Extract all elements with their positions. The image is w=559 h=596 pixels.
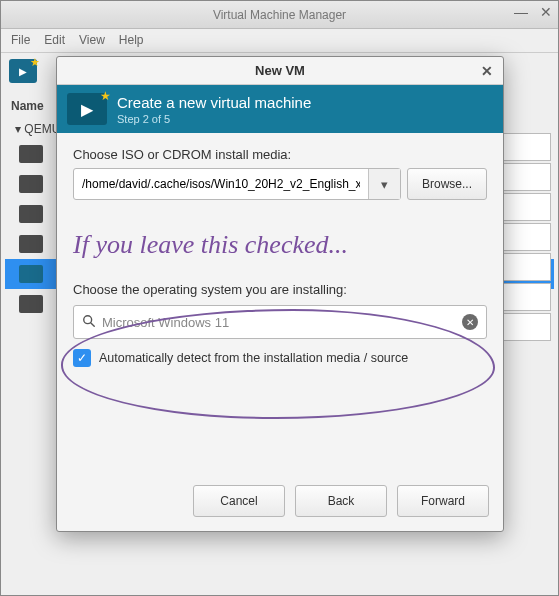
os-search-field[interactable]: ✕ — [73, 305, 487, 339]
monitor-icon — [19, 265, 43, 283]
iso-path-combo[interactable]: ▾ — [73, 168, 401, 200]
svg-line-1 — [91, 322, 94, 325]
browse-button[interactable]: Browse... — [407, 168, 487, 200]
search-icon — [82, 314, 96, 331]
annotation-text: If you leave this checked... — [73, 230, 487, 260]
dialog-footer: Cancel Back Forward — [57, 475, 503, 531]
menu-help[interactable]: Help — [119, 33, 144, 48]
iso-label: Choose ISO or CDROM install media: — [73, 147, 487, 162]
dialog-body: Choose ISO or CDROM install media: ▾ Bro… — [57, 133, 503, 475]
dialog-titlebar: New VM ✕ — [57, 57, 503, 85]
new-vm-dialog: New VM ✕ ★ Create a new virtual machine … — [56, 56, 504, 532]
dialog-close-icon[interactable]: ✕ — [481, 63, 493, 79]
close-icon[interactable]: ✕ — [540, 5, 552, 19]
clear-icon[interactable]: ✕ — [462, 314, 478, 330]
dialog-header: ★ Create a new virtual machine Step 2 of… — [57, 85, 503, 133]
dialog-heading: Create a new virtual machine — [117, 94, 311, 111]
main-titlebar: Virtual Machine Manager — ✕ — [1, 1, 558, 29]
minimize-icon[interactable]: — — [514, 5, 528, 19]
iso-path-input[interactable] — [74, 169, 368, 199]
monitor-icon — [19, 295, 43, 313]
monitor-icon — [19, 235, 43, 253]
os-search-input[interactable] — [102, 315, 456, 330]
dialog-step: Step 2 of 5 — [117, 113, 311, 125]
monitor-icon — [19, 175, 43, 193]
autodetect-label: Automatically detect from the installati… — [99, 351, 408, 365]
menu-file[interactable]: File — [11, 33, 30, 48]
back-button[interactable]: Back — [295, 485, 387, 517]
menubar: File Edit View Help — [1, 29, 558, 53]
chevron-down-icon[interactable]: ▾ — [368, 169, 400, 199]
menu-edit[interactable]: Edit — [44, 33, 65, 48]
dialog-title: New VM — [255, 63, 305, 78]
forward-button[interactable]: Forward — [397, 485, 489, 517]
menu-view[interactable]: View — [79, 33, 105, 48]
vm-wizard-icon: ★ — [67, 93, 107, 125]
main-window-title: Virtual Machine Manager — [213, 8, 346, 22]
monitor-icon — [19, 145, 43, 163]
autodetect-checkbox[interactable]: ✓ — [73, 349, 91, 367]
monitor-icon — [19, 205, 43, 223]
new-vm-icon[interactable]: ★ — [9, 59, 37, 83]
os-choose-label: Choose the operating system you are inst… — [73, 282, 487, 297]
cancel-button[interactable]: Cancel — [193, 485, 285, 517]
